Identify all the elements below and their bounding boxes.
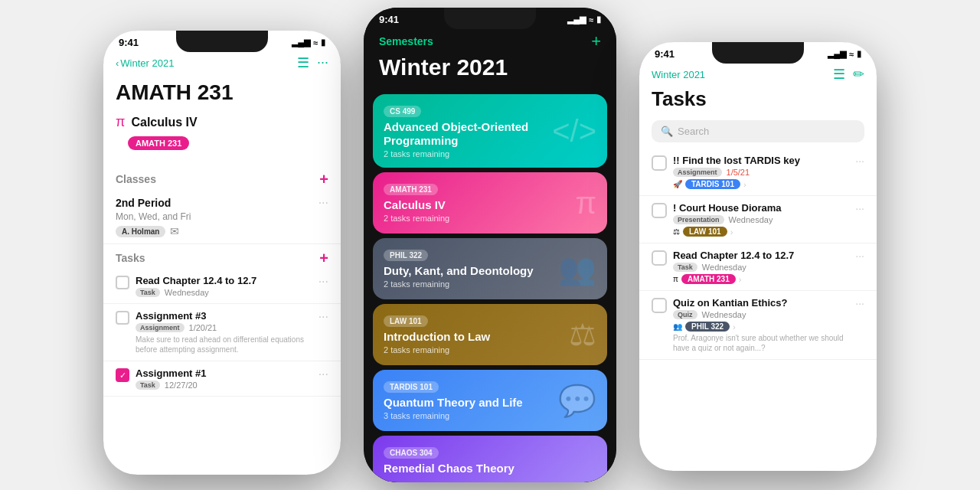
task3-tag: Task	[136, 381, 160, 390]
p3-task-item-read-chapter[interactable]: Read Chapter 12.4 to 12.7 Task Wednesday…	[639, 243, 877, 291]
course-badge-phil322: PHIL 322	[384, 250, 428, 261]
task3-meta: Task 12/27/20	[136, 381, 312, 390]
phone2-shell: 9:41 ▂▄▆ ≈ ▮ Semesters + Winter 2021 CS …	[364, 8, 616, 482]
task2-more-icon[interactable]: ···	[318, 310, 328, 354]
course-card-cs499[interactable]: CS 499 Advanced Object-Oriented Programm…	[373, 94, 607, 168]
p3-task2-date: Wednesday	[729, 215, 773, 224]
class-badge: AMATH 231	[128, 136, 189, 150]
p3-task4-more-icon[interactable]: ···	[855, 297, 864, 353]
p3-task3-title: Read Chapter 12.4 to 12.7	[673, 250, 849, 261]
courses-list: CS 499 Advanced Object-Oriented Programm…	[364, 94, 616, 482]
list-icon[interactable]: ☰	[297, 54, 309, 71]
phone2-time: 9:41	[379, 14, 399, 25]
phone1-time: 9:41	[119, 37, 139, 48]
p3-task4-meta: Quiz Wednesday	[673, 310, 849, 319]
course-card-chaos304[interactable]: CHAOS 304 Remedial Chaos Theory	[373, 436, 607, 482]
p3-task3-more-icon[interactable]: ···	[855, 250, 864, 284]
task2-meta: Assignment 1/20/21	[136, 323, 312, 332]
course-badge-chaos304: CHAOS 304	[384, 447, 439, 459]
p3-task1-title: !! Find the lost TARDIS key	[673, 155, 849, 166]
semester-title: Winter 2021	[379, 54, 601, 80]
signal-icon: ▂▄▆	[292, 38, 310, 47]
task-item-assignment3[interactable]: Assignment #3 Assignment 1/20/21 Make su…	[103, 304, 341, 361]
add-task-button[interactable]: +	[319, 250, 328, 266]
p3-task2-content: ! Court House Diorama Presentation Wedne…	[673, 202, 849, 237]
more-icon[interactable]: ···	[317, 54, 328, 71]
course-title-amath231: Calculus IV	[384, 198, 596, 212]
course-card-law101[interactable]: LAW 101 Introduction to Law 2 tasks rema…	[373, 304, 607, 365]
search-placeholder: Search	[678, 126, 709, 137]
edit-icon[interactable]: ✏	[853, 66, 864, 83]
p3-task3-meta: Task Wednesday	[673, 263, 849, 272]
p3-task2-more-icon[interactable]: ···	[855, 202, 864, 237]
phone3-screen: 9:41 ▂▄▆ ≈ ▮ Winter 2021 ☰ ✏ Tasks 🔍 Sea…	[639, 42, 877, 471]
email-icon[interactable]: ✉	[170, 225, 179, 237]
task-item-assignment1[interactable]: ✓ Assignment #1 Task 12/27/20 ···	[103, 361, 341, 397]
task1-checkbox[interactable]	[116, 276, 129, 289]
p3-task1-more-icon[interactable]: ···	[855, 155, 864, 189]
task1-content: Read Chapter 12.4 to 12.7 Task Wednesday	[136, 275, 312, 297]
p3-task3-tag: Task	[673, 263, 697, 272]
back-button[interactable]: ‹ Winter 2021	[116, 57, 174, 69]
class-period-title: 2nd Period	[116, 197, 171, 209]
class-item-2nd-period[interactable]: 2nd Period ··· Mon, Wed, and Fri A. Holm…	[103, 190, 341, 244]
task1-tag: Task	[136, 288, 160, 297]
signal-icon: ▂▄▆	[828, 49, 846, 59]
task3-checkbox[interactable]: ✓	[116, 368, 129, 382]
course-tasks-cs499: 2 tasks remaining	[384, 149, 596, 158]
semesters-nav: Semesters +	[379, 31, 601, 51]
add-class-button[interactable]: +	[319, 172, 328, 187]
p3-task4-class-link[interactable]: 👥 PHIL 322 ›	[673, 322, 849, 332]
p3-task1-checkbox[interactable]	[652, 155, 667, 171]
p3-task2-chevron-icon: ›	[730, 227, 733, 237]
p3-task-item-quiz-kantian[interactable]: Quiz on Kantian Ethics? Quiz Wednesday 👥…	[639, 291, 877, 360]
add-semester-button[interactable]: +	[591, 31, 601, 51]
course-badge-law101: LAW 101	[384, 315, 428, 327]
course-card-phil322[interactable]: PHIL 322 Duty, Kant, and Deontology 2 ta…	[373, 238, 607, 299]
phone3-status-icons: ▂▄▆ ≈ ▮	[828, 49, 861, 59]
task3-content: Assignment #1 Task 12/27/20	[136, 368, 312, 390]
course-card-tardis101[interactable]: TARDIS 101 Quantum Theory and Life 3 tas…	[373, 370, 607, 431]
course-tasks-law101: 2 tasks remaining	[384, 345, 596, 354]
search-icon: 🔍	[661, 126, 673, 137]
task2-checkbox[interactable]	[116, 311, 129, 325]
p3-task1-date: 1/5/21	[727, 168, 750, 177]
notch2	[444, 8, 536, 29]
task1-more-icon[interactable]: ···	[318, 275, 328, 297]
p3-task1-tag: Assignment	[673, 168, 722, 177]
search-bar[interactable]: 🔍 Search	[652, 120, 864, 142]
people-emoji-icon: 👥	[673, 322, 682, 331]
battery-icon: ▮	[596, 15, 601, 24]
wifi-icon: ≈	[849, 50, 854, 59]
p3-task1-class-link[interactable]: 🚀 TARDIS 101 ›	[673, 179, 849, 189]
p3-task3-checkbox[interactable]	[652, 250, 667, 266]
task3-more-icon[interactable]: ···	[318, 368, 328, 390]
phone2-screen: 9:41 ▂▄▆ ≈ ▮ Semesters + Winter 2021 CS …	[364, 8, 616, 482]
course-title-law101: Introduction to Law	[384, 330, 596, 344]
course-title: AMATH 231	[103, 77, 341, 114]
semester-label: Winter 2021	[652, 69, 705, 80]
p3-task-item-courthouse[interactable]: ! Court House Diorama Presentation Wedne…	[639, 196, 877, 243]
task3-date: 12/27/20	[165, 381, 198, 390]
phone1-nav: ‹ Winter 2021 ☰ ···	[103, 51, 341, 77]
p3-task3-date: Wednesday	[702, 263, 746, 272]
phone2-header: Semesters + Winter 2021	[364, 28, 616, 90]
p3-task2-title: ! Court House Diorama	[673, 202, 849, 214]
p3-task2-class-badge: LAW 101	[683, 227, 727, 237]
p3-task2-checkbox[interactable]	[652, 203, 667, 218]
class-more-icon[interactable]: ···	[318, 196, 328, 210]
course-card-amath231[interactable]: AMATH 231 Calculus IV 2 tasks remaining …	[373, 172, 607, 234]
p3-task2-class-link[interactable]: ⚖ LAW 101 ›	[673, 227, 849, 237]
phone1-shell: 9:41 ▂▄▆ ≈ ▮ ‹ Winter 2021 ☰ ··· AMATH 2…	[103, 31, 341, 475]
course-tasks-amath231: 2 tasks remaining	[384, 214, 596, 223]
course-title-chaos304: Remedial Chaos Theory	[384, 462, 596, 475]
p3-task4-title: Quiz on Kantian Ethics?	[673, 297, 849, 309]
task1-date: Wednesday	[165, 288, 209, 297]
p3-task-item-tardis-key[interactable]: !! Find the lost TARDIS key Assignment 1…	[639, 149, 877, 196]
p3-task4-checkbox[interactable]	[652, 298, 667, 313]
task-item-read-chapter[interactable]: Read Chapter 12.4 to 12.7 Task Wednesday…	[103, 269, 341, 304]
p3-task3-class-link[interactable]: π AMATH 231 ›	[673, 274, 849, 284]
task2-tag: Assignment	[136, 323, 185, 332]
class-header: π Calculus IV	[103, 114, 341, 133]
menu-icon[interactable]: ☰	[833, 66, 845, 83]
